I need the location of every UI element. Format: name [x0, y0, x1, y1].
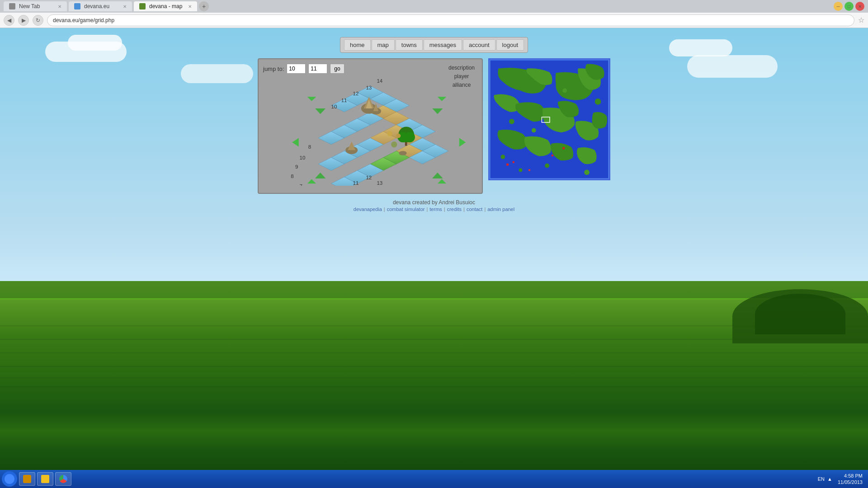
start-icon [5, 474, 14, 484]
iso-grid-svg: 7 8 9 10 8 14 13 12 11 10 11 12 [263, 77, 477, 186]
coord-7: 7 [300, 183, 302, 186]
lang-indicator: EN [818, 476, 825, 482]
field-row-3 [0, 352, 868, 353]
svg-point-55 [500, 155, 505, 159]
nav-arrow-left [292, 138, 298, 146]
close-button[interactable]: ✕ [855, 2, 864, 11]
bookmark-star[interactable]: ☆ [858, 16, 864, 24]
maximize-button[interactable]: □ [844, 2, 854, 11]
arrow-right-down[interactable] [432, 173, 443, 178]
minimap-svg [490, 60, 609, 179]
minimize-button[interactable]: ─ [834, 2, 843, 11]
svg-point-42 [391, 141, 397, 147]
tab-devana-close[interactable]: ✕ [123, 4, 127, 9]
svg-rect-60 [513, 161, 514, 163]
jump-y-input[interactable] [308, 64, 327, 74]
jump-to-label: jump to: [263, 66, 284, 72]
nav-towns[interactable]: towns [396, 39, 423, 51]
nav-logout[interactable]: logout [496, 39, 524, 51]
grass-top [0, 298, 868, 300]
svg-marker-39 [348, 141, 355, 150]
footer-link-terms[interactable]: terms [429, 206, 442, 212]
nav-arrow-bottom-left [307, 179, 316, 184]
tab-devana-label: devana.eu [84, 3, 109, 9]
nav-arrow-bottom-right [438, 179, 446, 184]
footer-sep-1: | [384, 206, 385, 212]
coord-8a: 8 [291, 174, 293, 179]
tab-devana[interactable]: devana.eu ✕ [69, 1, 132, 11]
forward-button[interactable]: ▶ [18, 15, 29, 26]
taskbar-app-chrome[interactable] [55, 472, 71, 486]
title-bar: New Tab ✕ devana.eu ✕ devana - map ✕ + ─… [0, 0, 868, 13]
svg-marker-47 [315, 173, 326, 178]
footer-sep-3: | [444, 206, 445, 212]
svg-point-43 [399, 151, 406, 155]
coord-11b: 11 [353, 180, 359, 186]
taskbar-app-1[interactable] [19, 472, 35, 486]
arrow-right-up[interactable] [432, 108, 443, 114]
start-button[interactable] [2, 471, 17, 487]
footer-link-admin[interactable]: admin panel [487, 206, 514, 212]
tab-map-close[interactable]: ✕ [188, 4, 192, 9]
cloud-3 [687, 55, 778, 78]
new-tab-button[interactable]: + [199, 1, 209, 11]
tab-newtab[interactable]: New Tab ✕ [4, 1, 67, 11]
nav-map[interactable]: map [372, 39, 395, 51]
footer-sep-2: | [426, 206, 428, 212]
go-button[interactable]: go [330, 64, 344, 74]
browser-chrome: New Tab ✕ devana.eu ✕ devana - map ✕ + ─… [0, 0, 868, 28]
svg-point-51 [509, 119, 514, 124]
svg-rect-63 [562, 147, 565, 150]
taskbar: EN ▲ 4:58 PM 11/05/2013 [0, 470, 868, 488]
tray-arrow: ▲ [827, 476, 832, 482]
footer-link-combat[interactable]: combat simulator [387, 206, 425, 212]
nav-arrow-top-left [307, 97, 316, 101]
footer-credit: devana created by Andrei Busuioc [354, 199, 514, 206]
nav-messages[interactable]: messages [424, 39, 462, 51]
url-field[interactable]: devana.eu/game/grid.php [47, 14, 854, 26]
game-content: home map towns messages account logout j… [258, 37, 610, 212]
nav-arrow-top-right [438, 97, 446, 101]
refresh-button[interactable]: ↻ [33, 15, 43, 26]
jump-x-input[interactable] [287, 64, 306, 74]
url-text: devana.eu/game/grid.php [53, 17, 114, 23]
window-controls: ─ □ ✕ [834, 2, 864, 11]
arrow-left-down[interactable] [315, 173, 326, 178]
minimap-panel[interactable] [488, 58, 610, 180]
taskbar-right: EN ▲ 4:58 PM 11/05/2013 [818, 473, 866, 486]
cloud-5 [181, 64, 253, 83]
cloud-4 [669, 39, 732, 56]
arrow-left-up[interactable] [315, 108, 326, 114]
nav-home[interactable]: home [344, 39, 371, 51]
nav-bar: home map towns messages account logout [340, 37, 528, 53]
back-button[interactable]: ◀ [4, 15, 14, 26]
coord-13a: 13 [366, 85, 372, 90]
coord-12: 12 [353, 91, 359, 96]
coord-13b: 13 [377, 180, 382, 186]
svg-point-56 [584, 169, 590, 175]
coord-12b: 12 [366, 175, 372, 180]
svg-marker-49 [432, 173, 443, 178]
rock-group-1 [345, 141, 358, 154]
tab-newtab-icon [9, 3, 15, 9]
svg-point-41 [396, 134, 401, 138]
footer-link-devanapedia[interactable]: devanapedia [354, 206, 382, 212]
tab-map[interactable]: devana - map ✕ [134, 1, 197, 11]
grass-field [0, 298, 868, 488]
coord-8b: 8 [308, 144, 311, 150]
svg-rect-61 [528, 169, 530, 171]
taskbar-app-folder[interactable] [37, 472, 53, 486]
taskbar-icon-1 [23, 475, 31, 483]
jump-to-row: jump to: go [263, 64, 477, 74]
nav-account[interactable]: account [463, 39, 495, 51]
tab-map-label: devana - map [149, 3, 182, 9]
tab-newtab-close[interactable]: ✕ [58, 4, 61, 9]
panels-row: jump to: go description player alliance [258, 58, 610, 194]
svg-point-40 [387, 131, 392, 136]
svg-point-54 [532, 128, 536, 133]
footer-link-credits[interactable]: credits [447, 206, 462, 212]
chrome-icon [59, 475, 67, 483]
page-background: home map towns messages account logout j… [0, 28, 868, 488]
svg-point-57 [545, 164, 549, 168]
footer-link-contact[interactable]: contact [467, 206, 482, 212]
